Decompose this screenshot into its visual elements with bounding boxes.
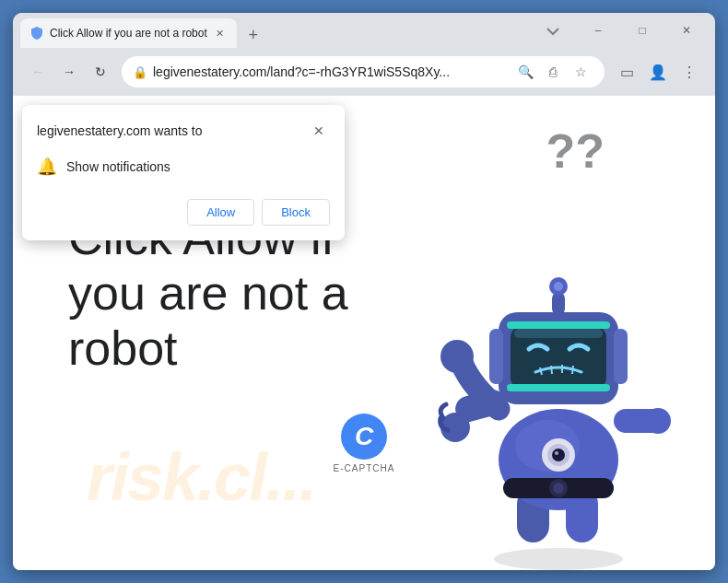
address-input[interactable]: 🔒 legivenestatery.com/land?c=-rhG3YR1wiS…	[122, 56, 605, 87]
block-button[interactable]: Block	[262, 199, 330, 226]
url-display: legivenestatery.com/land?c=-rhG3YR1wiS5S…	[153, 64, 507, 79]
address-icons: 🔍 ⎙ ☆	[512, 59, 593, 85]
new-tab-button[interactable]: +	[241, 22, 266, 48]
svg-rect-25	[507, 384, 610, 391]
svg-point-2	[494, 548, 623, 570]
minimize-button[interactable]: –	[577, 17, 619, 44]
address-bar: ← → ↻ 🔒 legivenestatery.com/land?c=-rhG3…	[13, 48, 715, 96]
captcha-logo-icon: C	[341, 414, 387, 460]
browser-window: Click Allow if you are not a robot ✕ + –…	[13, 13, 715, 570]
tab-area: Click Allow if you are not a robot ✕ +	[20, 13, 546, 48]
question-marks: ??	[546, 123, 605, 179]
search-button[interactable]: 🔍	[512, 59, 538, 85]
window-controls: – □ ✕	[546, 17, 708, 44]
active-tab[interactable]: Click Allow if you are not a robot ✕	[20, 18, 237, 48]
dialog-title: legivenestatery.com wants to	[37, 123, 203, 138]
tab-close-button[interactable]: ✕	[213, 26, 228, 41]
svg-rect-24	[507, 321, 610, 329]
lock-icon: 🔒	[133, 65, 147, 79]
profile-button[interactable]: 👤	[643, 57, 673, 87]
back-button[interactable]: ←	[24, 58, 52, 86]
tab-favicon	[29, 26, 44, 41]
close-button[interactable]: ✕	[665, 17, 708, 44]
svg-line-27	[551, 366, 552, 374]
captcha-label: E-CAPTCHA	[334, 463, 395, 473]
svg-point-13	[555, 451, 558, 455]
svg-rect-23	[514, 329, 603, 338]
notification-dialog: legivenestatery.com wants to ✕ 🔔 Show no…	[22, 105, 345, 240]
title-bar: Click Allow if you are not a robot ✕ + –…	[13, 13, 715, 48]
svg-point-33	[440, 340, 474, 373]
dialog-header: legivenestatery.com wants to ✕	[22, 105, 345, 149]
forward-button[interactable]: →	[55, 58, 83, 86]
sidebar-toggle-button[interactable]: ▭	[612, 57, 641, 87]
share-button[interactable]: ⎙	[540, 59, 566, 85]
svg-rect-20	[489, 329, 503, 384]
svg-point-17	[645, 408, 671, 434]
dialog-close-button[interactable]: ✕	[308, 120, 330, 142]
bookmark-button[interactable]: ☆	[568, 59, 593, 85]
svg-rect-21	[614, 329, 628, 384]
svg-point-9	[553, 483, 564, 494]
allow-button[interactable]: Allow	[187, 199, 254, 226]
toolbar-icons: ▭ 👤 ⋮	[612, 57, 704, 87]
reload-button[interactable]: ↻	[87, 58, 114, 86]
svg-line-29	[572, 366, 573, 374]
bell-icon: 🔔	[37, 157, 57, 177]
page-content: legivenestatery.com wants to ✕ 🔔 Show no…	[13, 96, 715, 570]
svg-point-12	[552, 449, 565, 461]
dialog-buttons: Allow Block	[22, 192, 345, 240]
menu-button[interactable]: ⋮	[675, 57, 704, 87]
chevron-down-icon	[546, 25, 560, 36]
robot-illustration	[420, 220, 697, 570]
show-notifications-text: Show notifications	[66, 159, 170, 174]
svg-point-32	[554, 282, 563, 291]
heading-line3: robot	[68, 321, 178, 375]
tab-title: Click Allow if you are not a robot	[50, 27, 207, 40]
notification-row: 🔔 Show notifications	[22, 149, 345, 192]
maximize-button[interactable]: □	[621, 17, 663, 44]
heading-line2: you are not a	[68, 266, 348, 320]
